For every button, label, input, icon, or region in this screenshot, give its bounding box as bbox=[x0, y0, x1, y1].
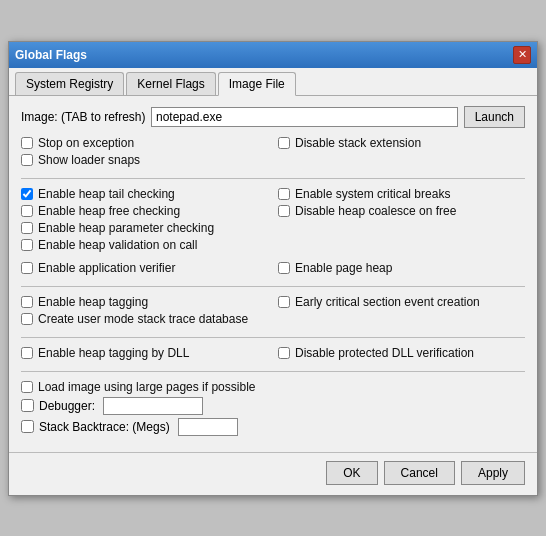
enable-heap-parameter-checking-label: Enable heap parameter checking bbox=[38, 221, 214, 235]
enable-heap-parameter-checking-checkbox[interactable] bbox=[21, 222, 33, 234]
tab-bar: System Registry Kernel Flags Image File bbox=[9, 68, 537, 96]
load-image-large-pages-label: Load image using large pages if possible bbox=[38, 380, 255, 394]
disable-stack-extension-row: Disable stack extension bbox=[278, 136, 525, 150]
col-right-3: Enable page heap bbox=[278, 261, 525, 278]
enable-heap-tail-checking-checkbox[interactable] bbox=[21, 188, 33, 200]
debugger-label: Debugger: bbox=[39, 399, 95, 413]
disable-stack-extension-checkbox[interactable] bbox=[278, 137, 290, 149]
debugger-row: Debugger: bbox=[21, 397, 525, 415]
first-checkbox-group: Stop on exception Show loader snaps Disa… bbox=[21, 136, 525, 170]
col-left-2: Enable heap tail checking Enable heap fr… bbox=[21, 187, 268, 255]
disable-protected-dll-checkbox[interactable] bbox=[278, 347, 290, 359]
enable-heap-tagging-row: Enable heap tagging bbox=[21, 295, 268, 309]
enable-page-heap-row: Enable page heap bbox=[278, 261, 525, 275]
enable-heap-free-checking-checkbox[interactable] bbox=[21, 205, 33, 217]
stack-backtrace-input[interactable] bbox=[178, 418, 238, 436]
col-right-1: Disable stack extension bbox=[278, 136, 525, 170]
show-loader-snaps-checkbox[interactable] bbox=[21, 154, 33, 166]
apply-button[interactable]: Apply bbox=[461, 461, 525, 485]
tab-system-registry[interactable]: System Registry bbox=[15, 72, 124, 95]
enable-heap-tail-checking-label: Enable heap tail checking bbox=[38, 187, 175, 201]
enable-application-verifier-row: Enable application verifier bbox=[21, 261, 268, 275]
image-label: Image: (TAB to refresh) bbox=[21, 110, 151, 124]
debugger-checkbox[interactable] bbox=[21, 399, 34, 412]
early-critical-section-checkbox[interactable] bbox=[278, 296, 290, 308]
create-user-mode-stack-trace-label: Create user mode stack trace database bbox=[38, 312, 248, 326]
load-image-large-pages-row: Load image using large pages if possible bbox=[21, 380, 525, 394]
disable-heap-coalesce-on-free-row: Disable heap coalesce on free bbox=[278, 204, 525, 218]
button-row: OK Cancel Apply bbox=[9, 452, 537, 495]
early-critical-section-row: Early critical section event creation bbox=[278, 295, 525, 309]
disable-stack-extension-label: Disable stack extension bbox=[295, 136, 421, 150]
second-checkbox-group: Enable heap tail checking Enable heap fr… bbox=[21, 187, 525, 255]
title-bar: Global Flags ✕ bbox=[9, 42, 537, 68]
enable-heap-tagging-label: Enable heap tagging bbox=[38, 295, 148, 309]
create-user-mode-stack-trace-row: Create user mode stack trace database bbox=[21, 312, 268, 326]
enable-heap-tagging-by-dll-row: Enable heap tagging by DLL bbox=[21, 346, 268, 360]
tab-content: Image: (TAB to refresh) Launch Stop on e… bbox=[9, 96, 537, 452]
tab-image-file[interactable]: Image File bbox=[218, 72, 296, 96]
debugger-input[interactable] bbox=[103, 397, 203, 415]
enable-heap-tail-checking-row: Enable heap tail checking bbox=[21, 187, 268, 201]
enable-page-heap-label: Enable page heap bbox=[295, 261, 392, 275]
disable-protected-dll-row: Disable protected DLL verification bbox=[278, 346, 525, 360]
col-left-3: Enable application verifier bbox=[21, 261, 268, 278]
stop-on-exception-row: Stop on exception bbox=[21, 136, 268, 150]
disable-heap-coalesce-on-free-checkbox[interactable] bbox=[278, 205, 290, 217]
stack-backtrace-checkbox[interactable] bbox=[21, 420, 34, 433]
enable-system-critical-breaks-label: Enable system critical breaks bbox=[295, 187, 450, 201]
window-title: Global Flags bbox=[15, 48, 87, 62]
enable-heap-validation-on-call-checkbox[interactable] bbox=[21, 239, 33, 251]
stop-on-exception-checkbox[interactable] bbox=[21, 137, 33, 149]
enable-heap-validation-on-call-label: Enable heap validation on call bbox=[38, 238, 197, 252]
stack-backtrace-label: Stack Backtrace: (Megs) bbox=[39, 420, 170, 434]
divider-4 bbox=[21, 371, 525, 372]
fifth-checkbox-group: Enable heap tagging by DLL Disable prote… bbox=[21, 346, 525, 363]
enable-system-critical-breaks-checkbox[interactable] bbox=[278, 188, 290, 200]
enable-system-critical-breaks-row: Enable system critical breaks bbox=[278, 187, 525, 201]
enable-heap-free-checking-row: Enable heap free checking bbox=[21, 204, 268, 218]
col-left-1: Stop on exception Show loader snaps bbox=[21, 136, 268, 170]
col-right-5: Disable protected DLL verification bbox=[278, 346, 525, 363]
image-row: Image: (TAB to refresh) Launch bbox=[21, 106, 525, 128]
fourth-checkbox-group: Enable heap tagging Create user mode sta… bbox=[21, 295, 525, 329]
enable-page-heap-checkbox[interactable] bbox=[278, 262, 290, 274]
cancel-button[interactable]: Cancel bbox=[384, 461, 455, 485]
divider-1 bbox=[21, 178, 525, 179]
col-left-4: Enable heap tagging Create user mode sta… bbox=[21, 295, 268, 329]
enable-application-verifier-label: Enable application verifier bbox=[38, 261, 175, 275]
create-user-mode-stack-trace-checkbox[interactable] bbox=[21, 313, 33, 325]
load-image-large-pages-checkbox[interactable] bbox=[21, 381, 33, 393]
enable-heap-tagging-by-dll-checkbox[interactable] bbox=[21, 347, 33, 359]
divider-3 bbox=[21, 337, 525, 338]
show-loader-snaps-row: Show loader snaps bbox=[21, 153, 268, 167]
third-checkbox-group: Enable application verifier Enable page … bbox=[21, 261, 525, 278]
tab-kernel-flags[interactable]: Kernel Flags bbox=[126, 72, 215, 95]
sixth-checkbox-group: Load image using large pages if possible… bbox=[21, 380, 525, 436]
disable-heap-coalesce-on-free-label: Disable heap coalesce on free bbox=[295, 204, 456, 218]
enable-heap-free-checking-label: Enable heap free checking bbox=[38, 204, 180, 218]
divider-2 bbox=[21, 286, 525, 287]
enable-heap-validation-on-call-row: Enable heap validation on call bbox=[21, 238, 268, 252]
close-button[interactable]: ✕ bbox=[513, 46, 531, 64]
ok-button[interactable]: OK bbox=[326, 461, 377, 485]
stop-on-exception-label: Stop on exception bbox=[38, 136, 134, 150]
show-loader-snaps-label: Show loader snaps bbox=[38, 153, 140, 167]
col-right-4: Early critical section event creation bbox=[278, 295, 525, 329]
launch-button[interactable]: Launch bbox=[464, 106, 525, 128]
enable-application-verifier-checkbox[interactable] bbox=[21, 262, 33, 274]
enable-heap-tagging-checkbox[interactable] bbox=[21, 296, 33, 308]
disable-protected-dll-label: Disable protected DLL verification bbox=[295, 346, 474, 360]
main-window: Global Flags ✕ System Registry Kernel Fl… bbox=[8, 41, 538, 496]
enable-heap-tagging-by-dll-label: Enable heap tagging by DLL bbox=[38, 346, 189, 360]
col-left-5: Enable heap tagging by DLL bbox=[21, 346, 268, 363]
col-right-2: Enable system critical breaks Disable he… bbox=[278, 187, 525, 255]
stack-backtrace-row: Stack Backtrace: (Megs) bbox=[21, 418, 525, 436]
image-input[interactable] bbox=[151, 107, 458, 127]
early-critical-section-label: Early critical section event creation bbox=[295, 295, 480, 309]
enable-heap-parameter-checking-row: Enable heap parameter checking bbox=[21, 221, 268, 235]
